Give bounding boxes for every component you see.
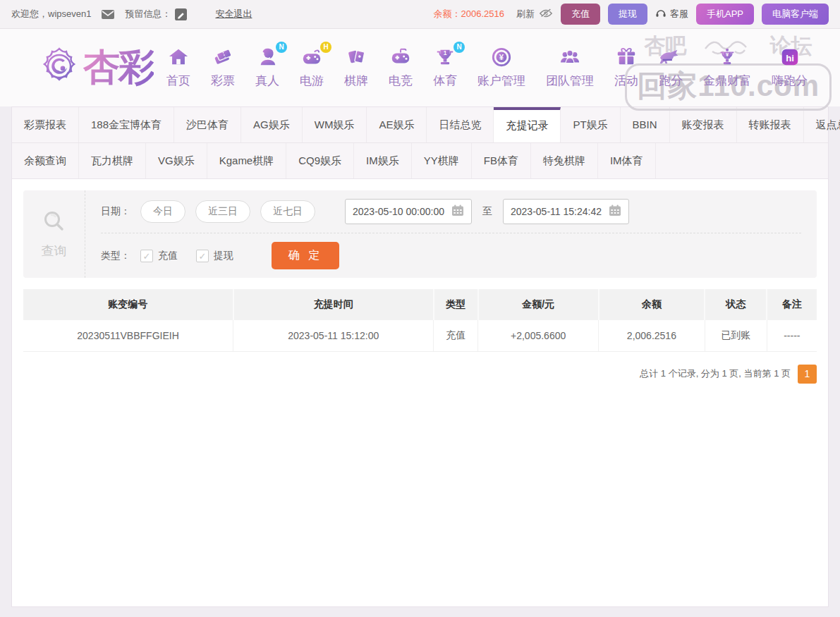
quick-range-pill[interactable]: 近三日	[195, 200, 250, 223]
nav-item-home[interactable]: 首页	[166, 47, 190, 89]
tab-label: Kgame棋牌	[219, 154, 274, 166]
type-checkbox[interactable]: ✓充值	[140, 250, 178, 262]
topbar: 欢迎您，wipseven1 预留信息： 安全退出 余额：2006.2516 刷新…	[0, 0, 840, 29]
checkbox-icon[interactable]: ✓	[196, 250, 209, 262]
jinding-trophy-icon: ¥	[717, 47, 738, 71]
balance-text: 余额：2006.2516	[434, 8, 504, 20]
tab-label: 日结总览	[439, 118, 481, 130]
refresh-control[interactable]: 刷新	[516, 8, 553, 21]
tab[interactable]: PT娱乐	[561, 107, 620, 142]
tab[interactable]: 日结总览	[427, 107, 494, 142]
logout-link[interactable]: 安全退出	[215, 8, 252, 20]
pc-client-button[interactable]: 电脑客户端	[762, 4, 829, 25]
tab[interactable]: IM娱乐	[354, 143, 412, 178]
tab[interactable]: IM体育	[598, 143, 656, 178]
eye-off-icon[interactable]	[539, 8, 553, 21]
quick-range-pill[interactable]: 近七日	[260, 200, 315, 223]
recharge-button[interactable]: 充值	[561, 4, 600, 25]
page-1-button[interactable]: 1	[798, 365, 817, 384]
tab[interactable]: 彩票报表	[12, 107, 79, 142]
tab[interactable]: 返点总额	[804, 107, 840, 142]
tab-label: 特兔棋牌	[543, 154, 585, 166]
tab[interactable]: VG娱乐	[146, 143, 207, 178]
withdraw-button[interactable]: 提现	[608, 4, 647, 25]
table-header-cell: 类型	[434, 289, 478, 320]
date-to-input[interactable]: 2023-05-11 15:24:42	[503, 199, 629, 224]
type-checkbox[interactable]: ✓提现	[196, 250, 233, 262]
svg-text:1: 1	[444, 49, 447, 56]
quick-range-pill[interactable]: 今日	[140, 200, 185, 223]
checkbox-label: 充值	[158, 250, 178, 262]
type-filter-row: 类型： ✓充值 ✓提现 确 定	[101, 233, 801, 278]
nav-item-account[interactable]: ¥ 账户管理	[477, 47, 525, 89]
tab[interactable]: YY棋牌	[412, 143, 472, 178]
tab-row-1: 彩票报表 188金宝博体育 沙巴体育 AG娱乐 WM娱乐 AE娱乐 日结总览 充…	[12, 107, 828, 143]
tab[interactable]: 沙巴体育	[174, 107, 241, 142]
pagination: 总计 1 个记录, 分为 1 页, 当前第 1 页 1	[23, 365, 817, 384]
table-header-cell: 备注	[767, 289, 817, 320]
lottery-ticket-icon	[212, 47, 233, 71]
tab[interactable]: CQ9娱乐	[286, 143, 354, 178]
tab[interactable]: 特兔棋牌	[531, 143, 598, 178]
tab-label: IM体育	[610, 154, 643, 166]
svg-text:¥: ¥	[499, 53, 504, 61]
tab[interactable]: 充提记录	[494, 107, 561, 142]
nav-item-team[interactable]: 团队管理	[546, 47, 594, 89]
tab[interactable]: 余额查询	[12, 143, 79, 178]
nav-item-live[interactable]: 真人 N	[255, 47, 279, 89]
checkbox-icon[interactable]: ✓	[140, 250, 153, 262]
tab[interactable]: 转账报表	[737, 107, 804, 142]
tab[interactable]: AE娱乐	[367, 107, 427, 142]
confirm-button[interactable]: 确 定	[272, 242, 339, 269]
cell-note: -----	[767, 320, 817, 351]
mail-icon[interactable]	[101, 8, 115, 20]
tab-label: WM娱乐	[315, 118, 355, 130]
query-side-label: 查询	[23, 190, 85, 278]
calendar-icon[interactable]	[609, 204, 621, 219]
tab[interactable]: Kgame棋牌	[207, 143, 287, 178]
nav-item-esports[interactable]: 电竞	[389, 47, 413, 89]
nav-item-hi-paofen[interactable]: hi 嗨跑分	[772, 47, 808, 89]
customer-service-label[interactable]: 客服	[670, 8, 688, 20]
nav-item-lottery[interactable]: 彩票	[211, 47, 235, 89]
pagination-summary: 总计 1 个记录, 分为 1 页, 当前第 1 页	[640, 367, 791, 380]
table-header-cell: 账变编号	[23, 289, 233, 320]
nav-item-jinding[interactable]: ¥ 金鼎财富	[703, 47, 751, 89]
tab-label: FB体育	[484, 154, 518, 166]
refresh-label[interactable]: 刷新	[516, 8, 535, 20]
edit-icon[interactable]	[175, 8, 187, 20]
tab[interactable]: AG娱乐	[241, 107, 303, 142]
tab-label: 充提记录	[506, 119, 548, 131]
tab-label: IM娱乐	[366, 154, 399, 166]
table-header-cell: 金额/元	[478, 289, 599, 320]
nav-item-chess[interactable]: 棋牌	[344, 47, 368, 89]
egame-gamepad-icon	[301, 47, 322, 71]
tab[interactable]: WM娱乐	[303, 107, 367, 142]
tab[interactable]: 188金宝博体育	[79, 107, 174, 142]
nav-item-activity[interactable]: 活动	[614, 47, 638, 89]
nav-item-egame[interactable]: 电游 H	[300, 47, 324, 89]
customer-service-link[interactable]: 客服	[655, 8, 688, 20]
main-nav: 首页 彩票 真人 N 电游 H 棋牌 电竞 1	[166, 47, 808, 89]
tab-label: 账变报表	[682, 118, 724, 130]
nav-item-paofen[interactable]: 跑分	[659, 47, 683, 89]
cell-record-id: 20230511VBBFFGIEIH	[23, 320, 233, 351]
tab[interactable]: BBIN	[621, 107, 670, 142]
nav-item-sports[interactable]: 1 体育 N	[433, 47, 457, 89]
tab[interactable]: 账变报表	[670, 107, 737, 142]
tab-label: 转账报表	[749, 118, 791, 130]
tab-label: 余额查询	[24, 154, 66, 166]
mobile-app-button[interactable]: 手机APP	[696, 4, 754, 25]
date-from-input[interactable]: 2023-05-10 00:00:00	[345, 199, 472, 224]
tab-row-2: 余额查询 瓦力棋牌 VG娱乐 Kgame棋牌 CQ9娱乐 IM娱乐 YY棋牌 F…	[12, 143, 828, 179]
tab[interactable]: 瓦力棋牌	[79, 143, 146, 178]
brand-logo[interactable]: 杏彩	[39, 43, 154, 92]
chess-cards-icon	[346, 47, 367, 71]
table-header-cell: 余额	[599, 289, 705, 320]
calendar-icon[interactable]	[451, 204, 464, 219]
table-header-row: 账变编号充提时间类型金额/元余额状态备注	[23, 289, 817, 320]
date-filter-row: 日期： 今日 近三日 近七日 2023-05-10 00:00:00	[101, 190, 801, 233]
tab-label: AE娱乐	[379, 118, 414, 130]
tab[interactable]: FB体育	[472, 143, 531, 178]
table-row[interactable]: 20230511VBBFFGIEIH 2023-05-11 15:12:00 充…	[23, 320, 817, 351]
